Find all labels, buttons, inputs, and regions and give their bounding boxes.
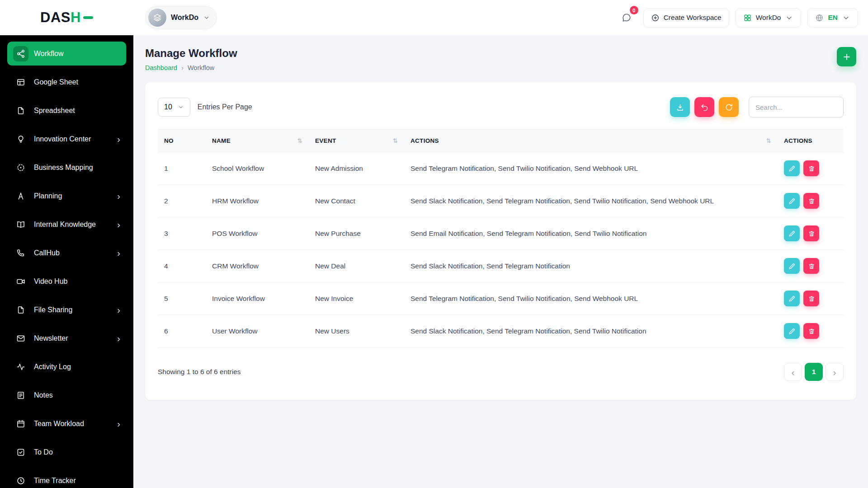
cell-event: New Invoice <box>309 282 404 315</box>
cell-name: HRM Workflow <box>206 185 309 217</box>
pagination-next-button[interactable]: › <box>826 363 844 381</box>
download-icon <box>676 103 684 112</box>
share-nodes-icon <box>13 46 28 61</box>
breadcrumb-dashboard-link[interactable]: Dashboard <box>145 64 177 71</box>
cell-name: User Workflow <box>206 315 309 347</box>
cell-event: New Users <box>309 315 404 347</box>
entries-per-page-select[interactable]: 10 <box>158 98 190 117</box>
sidebar-item-to-do[interactable]: To Do <box>7 440 126 464</box>
sidebar-item-workflow[interactable]: Workflow <box>7 42 126 66</box>
cell-event: New Purchase <box>309 217 404 250</box>
workspace-selector[interactable]: WorkDo <box>145 6 217 29</box>
cell-name: POS Workflow <box>206 217 309 250</box>
reset-button[interactable] <box>694 97 714 117</box>
sidebar-item-spreadsheet[interactable]: Spreadsheet <box>7 99 126 122</box>
file-icon <box>13 302 28 318</box>
chevron-right-icon: › <box>117 191 120 201</box>
entries-per-page-label: Entries Per Page <box>198 103 252 111</box>
logo-dash-accent <box>83 16 93 19</box>
cell-no: 3 <box>158 217 206 250</box>
edit-button[interactable] <box>784 291 800 306</box>
file-icon <box>13 103 28 118</box>
sidebar-item-team-workload[interactable]: Team Workload › <box>7 412 126 436</box>
edit-button[interactable] <box>784 258 800 274</box>
sidebar-item-planning[interactable]: Planning › <box>7 184 126 208</box>
workflow-card: 10 Entries Per Page NO <box>145 82 856 400</box>
logo-text: DAS <box>40 9 71 26</box>
activity-pulse-icon <box>13 359 28 375</box>
brand-logo[interactable]: DASH <box>0 9 133 26</box>
sort-icon[interactable]: ⇅ <box>766 137 771 144</box>
header-event[interactable]: EVENT⇅ <box>309 130 404 152</box>
sidebar-item-internal-knowledge[interactable]: Internal Knowledge › <box>7 212 126 236</box>
delete-button[interactable] <box>803 225 819 241</box>
account-label: WorkDo <box>756 14 781 22</box>
lightbulb-icon <box>13 131 28 147</box>
edit-button[interactable] <box>784 193 800 209</box>
cell-actions: Send Telegram Notification, Send Twilio … <box>404 282 778 315</box>
cell-event: New Contact <box>309 185 404 217</box>
sidebar-item-business-mapping[interactable]: Business Mapping <box>7 155 126 179</box>
breadcrumb: Dashboard › Workflow <box>145 64 237 71</box>
workspace-avatar <box>148 9 166 27</box>
cell-row-actions <box>778 250 844 282</box>
delete-button[interactable] <box>803 323 819 339</box>
pencil-icon <box>788 230 796 237</box>
sort-icon[interactable]: ⇅ <box>297 137 302 144</box>
edit-button[interactable] <box>784 323 800 339</box>
delete-button[interactable] <box>803 193 819 209</box>
table-icon <box>13 75 28 90</box>
pagination-prev-button[interactable]: ‹ <box>784 363 802 381</box>
create-workspace-button[interactable]: Create Workspace <box>643 8 729 28</box>
sidebar-item-notes[interactable]: Notes <box>7 383 126 407</box>
table-header-row: NO NAME⇅ EVENT⇅ ACTIONS⇅ ACTIONS <box>158 130 844 152</box>
sidebar: Workflow Google Sheet Spreadsheet Innova… <box>0 35 133 488</box>
trash-icon <box>808 230 815 237</box>
messages-button[interactable]: 0 <box>616 7 637 28</box>
calendar-icon <box>13 416 28 432</box>
header-name[interactable]: NAME⇅ <box>206 130 309 152</box>
export-button[interactable] <box>670 97 690 117</box>
chevron-right-icon: › <box>117 248 120 258</box>
sidebar-item-google-sheet[interactable]: Google Sheet <box>7 70 126 94</box>
sidebar-item-file-sharing[interactable]: File Sharing › <box>7 298 126 322</box>
table-row: 1 School Workflow New Admission Send Tel… <box>158 152 844 185</box>
sidebar-item-time-tracker[interactable]: Time Tracker <box>7 469 126 488</box>
dashed-circle-icon <box>13 160 28 175</box>
sidebar-item-activity-log[interactable]: Activity Log <box>7 355 126 379</box>
edit-button[interactable] <box>784 160 800 176</box>
pagination-page-1[interactable]: 1 <box>805 363 823 381</box>
cell-row-actions <box>778 282 844 315</box>
messages-badge: 0 <box>630 6 638 14</box>
sidebar-item-callhub[interactable]: CallHub › <box>7 241 126 265</box>
create-workflow-button[interactable] <box>837 47 856 66</box>
refresh-button[interactable] <box>719 97 739 117</box>
delete-button[interactable] <box>803 291 819 306</box>
header-no[interactable]: NO <box>158 130 206 152</box>
cell-row-actions <box>778 217 844 250</box>
sidebar-item-newsletter[interactable]: Newsletter › <box>7 326 126 350</box>
pencil-icon <box>788 197 796 205</box>
cell-no: 2 <box>158 185 206 217</box>
delete-button[interactable] <box>803 160 819 176</box>
topbar-actions: 0 Create Workspace WorkDo EN <box>616 7 868 28</box>
cell-actions: Send Email Notification, Send Telegram N… <box>404 217 778 250</box>
search-input[interactable] <box>749 97 844 117</box>
edit-button[interactable] <box>784 225 800 241</box>
language-selector[interactable]: EN <box>807 8 858 28</box>
breadcrumb-current: Workflow <box>188 64 214 71</box>
chevron-down-icon <box>785 14 793 22</box>
sidebar-item-video-hub[interactable]: Video Hub <box>7 269 126 293</box>
language-code: EN <box>828 14 838 22</box>
entries-per-page-value: 10 <box>164 103 172 111</box>
chevron-down-icon <box>842 14 850 22</box>
chevron-right-icon: › <box>117 220 120 229</box>
sidebar-item-innovation-center[interactable]: Innovation Center › <box>7 127 126 151</box>
sort-icon[interactable]: ⇅ <box>393 137 398 144</box>
delete-button[interactable] <box>803 258 819 274</box>
cell-no: 1 <box>158 152 206 185</box>
account-menu[interactable]: WorkDo <box>736 8 802 28</box>
chat-icon <box>622 13 632 23</box>
header-actions[interactable]: ACTIONS⇅ <box>404 130 778 152</box>
chevron-right-icon: › <box>117 419 120 428</box>
